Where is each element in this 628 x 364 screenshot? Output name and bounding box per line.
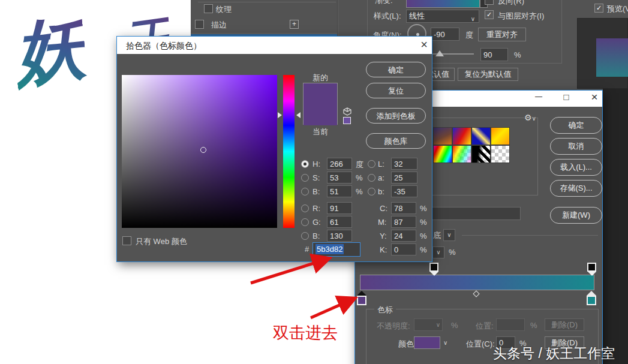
picker-reset-button[interactable]: 复位 (366, 83, 426, 98)
magenta-unit: % (420, 218, 427, 227)
gradient-preset-swatch[interactable] (491, 127, 510, 145)
web-only-label: 只有 Web 颜色 (136, 236, 187, 247)
editor-cancel-button[interactable]: 取消 (550, 138, 602, 155)
color-stop-start[interactable] (357, 291, 366, 305)
brightness-radio[interactable] (301, 188, 309, 195)
scale-slider-thumb[interactable] (435, 50, 444, 56)
gradient-preview-strip[interactable] (406, 0, 480, 8)
color-stop-end[interactable] (587, 291, 596, 305)
position-input[interactable] (496, 318, 525, 331)
preset-menu-gear-icon[interactable]: ⚙∨ (524, 113, 536, 122)
picker-ok-button[interactable]: 确定 (366, 62, 426, 77)
saturation-radio[interactable] (301, 174, 309, 182)
reverse-checkbox[interactable]: ✓ (485, 0, 494, 5)
lab-l-radio[interactable] (368, 160, 375, 168)
workspace-dark-area (603, 89, 628, 364)
scale-input[interactable] (480, 48, 508, 61)
style-dropdown[interactable]: 线性 ∨ (406, 10, 479, 23)
black-unit: % (420, 245, 427, 254)
editor-ok-button[interactable]: 确定 (550, 117, 602, 134)
gradient-type-dropdown[interactable]: ∨ (443, 229, 455, 241)
hex-input[interactable]: 5b3d82 (313, 242, 360, 257)
black-input[interactable] (391, 243, 416, 255)
hue-slider-arrow-left[interactable] (278, 112, 282, 118)
lab-a-label: a: (378, 173, 384, 182)
color-field[interactable] (122, 75, 277, 228)
smoothness-unit: % (449, 248, 456, 257)
opacity-stop[interactable] (587, 263, 596, 276)
reset-default-button[interactable]: 复位为默认值 (458, 68, 518, 81)
smoothness-dropdown[interactable]: ∨ (432, 246, 444, 258)
style-label: 样式(L): (374, 11, 401, 22)
lab-l-input[interactable] (391, 158, 417, 170)
hue-slider-arrow-right[interactable] (296, 112, 301, 118)
chevron-down-icon: ∨ (436, 321, 440, 328)
color-picker-title: 拾色器（色标颜色） (126, 41, 202, 52)
gradient-name-input[interactable] (426, 207, 521, 220)
gradient-preset-swatch[interactable] (452, 127, 471, 145)
minimize-button[interactable]: — (530, 92, 547, 104)
blue-input[interactable] (327, 230, 352, 242)
gradient-preset-swatch[interactable] (471, 127, 491, 145)
stop-color-swatch[interactable] (414, 336, 440, 349)
align-layer-checkbox[interactable]: ✓ (485, 10, 494, 19)
check-icon: ✓ (486, 11, 492, 18)
lab-b-radio[interactable] (368, 188, 375, 195)
preview-checkbox[interactable]: ✓ (594, 4, 603, 13)
gradient-preset-swatch[interactable] (433, 145, 452, 163)
yellow-label: Y: (380, 231, 387, 240)
green-input[interactable] (327, 216, 352, 228)
opacity-stop[interactable] (429, 263, 438, 276)
red-radio[interactable] (301, 204, 309, 212)
editor-new-button[interactable]: 新建(W) (550, 207, 602, 224)
magenta-input[interactable] (391, 216, 416, 228)
web-only-checkbox[interactable]: ✓ (122, 236, 131, 245)
gradient-bar[interactable] (360, 275, 594, 290)
hue-label: H: (313, 160, 320, 169)
editor-save-button[interactable]: 存储(S)... (550, 180, 602, 197)
editor-load-button[interactable]: 载入(L)... (550, 159, 602, 176)
reset-align-button[interactable]: 重置对齐 (478, 28, 526, 41)
gradient-preset-swatch[interactable] (491, 145, 510, 163)
saturation-input[interactable] (327, 172, 352, 183)
hue-slider[interactable] (283, 75, 295, 228)
chevron-down-icon: ∨ (436, 249, 440, 255)
lab-a-input[interactable] (391, 172, 417, 183)
new-color-label: 新的 (313, 73, 328, 83)
opacity-input[interactable]: ∨ (414, 318, 443, 331)
delete-opacity-button: 删除(D) (545, 318, 584, 331)
blue-radio[interactable] (301, 232, 309, 240)
close-icon[interactable]: × (417, 38, 431, 51)
lab-a-radio[interactable] (368, 174, 375, 182)
cyan-input[interactable] (391, 202, 416, 214)
texture-checkbox[interactable]: ✓ (204, 4, 213, 13)
cyan-label: C: (380, 204, 387, 213)
gradient-preset-swatch[interactable] (452, 145, 471, 163)
green-radio[interactable] (301, 218, 309, 226)
chevron-down-icon[interactable]: ∨ (443, 339, 447, 346)
stroke-checkbox[interactable]: ✓ (195, 20, 204, 29)
add-to-swatches-button[interactable]: 添加到色板 (366, 108, 426, 124)
add-effect-button[interactable]: + (290, 20, 299, 29)
blue-label: B: (313, 231, 320, 240)
new-color-swatch (304, 83, 337, 104)
hue-input[interactable] (327, 158, 352, 170)
hue-radio[interactable] (301, 160, 309, 168)
maximize-button[interactable]: □ (558, 92, 575, 104)
preview-label: 预览(V (607, 4, 628, 14)
saturation-unit: % (356, 173, 363, 182)
brightness-input[interactable] (327, 185, 352, 197)
gradient-preset-swatch[interactable] (471, 145, 491, 163)
gradient-preset-swatch[interactable] (433, 127, 452, 145)
lab-b-input[interactable] (391, 185, 417, 197)
color-libraries-button[interactable]: 颜色库 (366, 133, 426, 149)
close-button[interactable]: × (586, 91, 603, 104)
web-color-swatch[interactable] (343, 117, 351, 124)
red-input[interactable] (327, 202, 352, 214)
gamut-cube-icon[interactable] (342, 107, 352, 116)
color-field-marker[interactable] (200, 147, 206, 153)
gradient-type-value: 底 (433, 230, 441, 241)
angle-input[interactable] (431, 28, 459, 41)
preview-gradient-thumb (596, 38, 628, 77)
yellow-input[interactable] (391, 230, 416, 242)
